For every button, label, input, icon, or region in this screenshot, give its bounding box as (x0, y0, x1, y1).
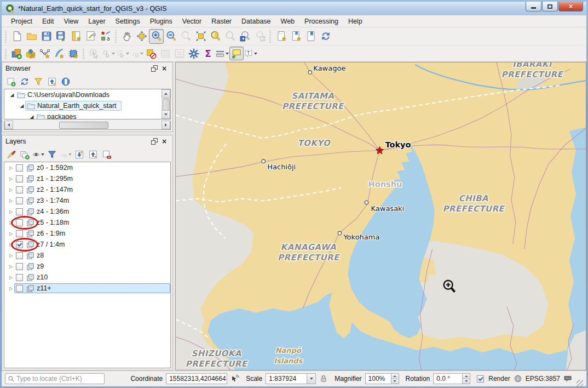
menu-web[interactable]: Web (276, 15, 299, 27)
chevron-down-icon[interactable] (307, 374, 315, 384)
zoom-last-button[interactable] (238, 29, 252, 44)
new-geopackage-layer-button[interactable] (24, 47, 38, 60)
collapse-all-button[interactable] (45, 76, 59, 88)
add-selected-layers-button[interactable] (4, 76, 18, 88)
layer-item-z7[interactable]: ▷z7 / 1:4m (4, 239, 170, 250)
layer-visibility-checkbox[interactable] (16, 241, 23, 248)
chevron-down-icon[interactable] (112, 53, 115, 55)
chevron-down-icon[interactable] (254, 53, 257, 55)
chevron-down-icon[interactable] (68, 153, 72, 156)
zoom-next-button[interactable] (252, 29, 267, 44)
layer-item-z3[interactable]: ▷z3 - 1:74m (4, 195, 170, 206)
save-project-as-button[interactable] (54, 29, 68, 44)
layer-visibility-checkbox[interactable] (16, 285, 23, 292)
zoom-in-button[interactable] (149, 29, 164, 44)
chevron-down-icon[interactable] (226, 53, 229, 55)
new-project-button[interactable] (9, 29, 24, 44)
filter-legend-button[interactable] (45, 149, 59, 161)
open-attribute-table-button[interactable] (158, 47, 172, 60)
expander-icon[interactable]: ▷ (8, 231, 14, 236)
layer-item-z10[interactable]: ▷z10 (4, 272, 170, 283)
menu-project[interactable]: Project (6, 15, 37, 27)
layer-item-z0[interactable]: ▷z0 - 1:592m (4, 162, 170, 173)
deselect-all-button[interactable] (144, 47, 158, 60)
zoom-to-layer-button[interactable] (223, 29, 238, 44)
layers-close-button[interactable]: × (159, 137, 169, 146)
menu-view[interactable]: View (59, 15, 83, 27)
layer-visibility-checkbox[interactable] (16, 219, 23, 226)
new-spatialite-layer-button[interactable] (52, 47, 66, 60)
layer-item-z1[interactable]: ▷z1 - 1:295m (4, 173, 170, 184)
menu-raster[interactable]: Raster (206, 15, 237, 27)
expand-all-button[interactable] (73, 149, 86, 161)
layer-visibility-checkbox[interactable] (16, 208, 23, 215)
pan-map-button[interactable] (119, 29, 134, 44)
layers-float-button[interactable] (149, 137, 159, 146)
show-spatial-bookmarks-button[interactable] (289, 29, 303, 44)
browser-hscrollbar[interactable] (4, 121, 171, 130)
spin-down-icon[interactable] (391, 379, 399, 384)
menu-database[interactable]: Database (237, 15, 276, 27)
chevron-down-icon[interactable] (126, 53, 129, 55)
expander-icon[interactable]: ▷ (8, 220, 14, 225)
menu-processing[interactable]: Processing (299, 15, 343, 27)
browser-item-c-users-ujaval-downloads[interactable]: ◢C:\Users\ujaval\Downloads (4, 89, 162, 100)
layer-visibility-checkbox[interactable] (16, 186, 23, 193)
open-layer-styling-panel-button[interactable] (4, 149, 18, 161)
manage-map-themes-button[interactable] (32, 149, 45, 161)
maximize-button[interactable] (542, 2, 558, 12)
toolbar-drag-handle[interactable] (114, 30, 118, 43)
spin-down-icon[interactable] (463, 379, 470, 384)
zoom-to-selection-button[interactable] (208, 29, 223, 44)
save-project-button[interactable] (39, 29, 54, 44)
layer-visibility-checkbox[interactable] (16, 230, 23, 237)
map-tips-button[interactable] (229, 47, 244, 60)
menu-layer[interactable]: Layer (83, 15, 110, 27)
browser-item-packages[interactable]: ◢packages (4, 111, 162, 119)
layer-visibility-checkbox[interactable] (16, 252, 23, 259)
expander-icon[interactable]: ◢ (19, 103, 25, 109)
browser-close-button[interactable]: × (159, 64, 169, 73)
coordinate-tracking-icon[interactable] (230, 374, 239, 383)
layer-visibility-checkbox[interactable] (16, 197, 23, 204)
zoom-out-button[interactable] (164, 29, 178, 44)
lock-scale-icon[interactable] (319, 374, 328, 383)
show-layout-manager-button[interactable] (83, 29, 98, 44)
close-button[interactable]: × (558, 2, 583, 12)
refresh-browser-button[interactable] (18, 76, 31, 88)
processing-toolbox-button[interactable] (187, 47, 201, 60)
map-canvas[interactable]: SAITAMAPREFECTURETOKYOCHIBAPREFECTUREKAN… (175, 62, 586, 370)
layer-visibility-checkbox[interactable] (16, 175, 23, 182)
crs-status[interactable]: EPSG:3857 (526, 375, 560, 383)
zoom-to-native-resolution-button[interactable] (178, 29, 193, 44)
spin-up-icon[interactable] (463, 374, 470, 379)
layer-item-z4[interactable]: ▷z4 - 1:36m (4, 206, 170, 217)
expander-icon[interactable]: ▷ (8, 286, 14, 291)
expander-icon[interactable]: ▷ (8, 176, 14, 181)
refresh-map-button[interactable] (318, 29, 333, 44)
select-features-button[interactable] (116, 47, 130, 60)
map[interactable]: SAITAMAPREFECTURETOKYOCHIBAPREFECTUREKAN… (176, 62, 586, 370)
text-annotation-button[interactable] (244, 47, 258, 60)
resize-grip[interactable] (577, 380, 583, 386)
locator-box[interactable] (5, 373, 105, 384)
spin-up-icon[interactable] (391, 374, 399, 379)
browser-item-natural-earth-quick-start[interactable]: ◢Natural_Earth_quick_start (4, 100, 162, 111)
add-group-button[interactable] (18, 149, 31, 161)
expander-icon[interactable]: ▷ (8, 166, 14, 170)
layer-item-z8[interactable]: ▷z8 (4, 250, 170, 261)
expander-icon[interactable]: ▷ (8, 187, 14, 192)
render-toggle[interactable]: Render (476, 375, 510, 383)
pan-map-to-selection-button[interactable] (134, 29, 149, 44)
run-feature-action-button[interactable] (101, 47, 116, 60)
expander-icon[interactable]: ▷ (8, 198, 14, 203)
menu-help[interactable]: Help (343, 15, 367, 27)
locator-input[interactable] (16, 375, 102, 383)
crs-globe-icon[interactable] (514, 374, 522, 383)
toolbar-drag-handle[interactable] (4, 30, 8, 43)
expander-icon[interactable]: ◢ (28, 114, 35, 119)
toolbar-drag-handle[interactable] (4, 48, 8, 59)
show-bookmark-manager-button[interactable] (303, 29, 318, 44)
layer-visibility-checkbox[interactable] (16, 164, 23, 172)
filter-browser-button[interactable] (32, 76, 45, 88)
